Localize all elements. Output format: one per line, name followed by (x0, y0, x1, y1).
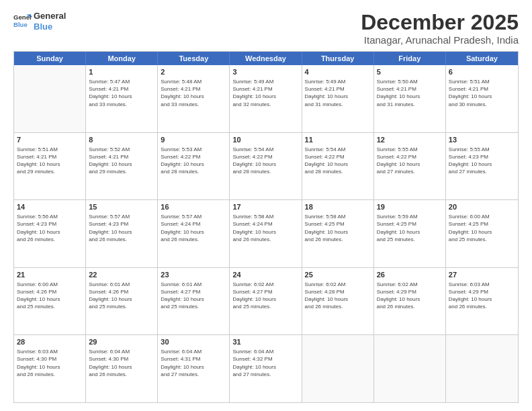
day-number: 27 (449, 270, 515, 280)
day-thursday: Thursday (302, 52, 374, 65)
day-number: 14 (17, 202, 83, 212)
day-info: Sunrise: 5:53 AM Sunset: 4:22 PM Dayligh… (161, 146, 226, 176)
day-number: 16 (161, 202, 226, 212)
table-row (302, 335, 374, 402)
day-number: 10 (232, 135, 298, 145)
day-info: Sunrise: 5:49 AM Sunset: 4:21 PM Dayligh… (232, 78, 298, 108)
table-row: 5Sunrise: 5:50 AM Sunset: 4:21 PM Daylig… (374, 65, 446, 132)
day-number: 7 (17, 135, 83, 145)
table-row: 8Sunrise: 5:52 AM Sunset: 4:21 PM Daylig… (86, 133, 158, 200)
day-info: Sunrise: 6:03 AM Sunset: 4:30 PM Dayligh… (17, 348, 83, 378)
day-number: 30 (161, 337, 226, 347)
day-number: 31 (232, 337, 298, 347)
day-info: Sunrise: 6:03 AM Sunset: 4:29 PM Dayligh… (449, 281, 515, 311)
day-number: 29 (89, 337, 154, 347)
day-number: 11 (305, 135, 371, 145)
day-number: 21 (17, 270, 83, 280)
calendar-row-4: 21Sunrise: 6:00 AM Sunset: 4:26 PM Dayli… (14, 267, 518, 335)
day-info: Sunrise: 6:01 AM Sunset: 4:26 PM Dayligh… (89, 281, 154, 311)
header: General Blue General Blue December 2025 … (13, 11, 519, 46)
day-info: Sunrise: 5:51 AM Sunset: 4:21 PM Dayligh… (449, 78, 515, 108)
day-info: Sunrise: 6:04 AM Sunset: 4:31 PM Dayligh… (161, 348, 226, 378)
day-info: Sunrise: 5:54 AM Sunset: 4:22 PM Dayligh… (232, 146, 298, 176)
logo-icon: General Blue (13, 12, 32, 31)
table-row: 4Sunrise: 5:49 AM Sunset: 4:21 PM Daylig… (302, 65, 374, 132)
day-info: Sunrise: 5:52 AM Sunset: 4:21 PM Dayligh… (89, 146, 154, 176)
day-wednesday: Wednesday (230, 52, 302, 65)
table-row: 31Sunrise: 6:04 AM Sunset: 4:32 PM Dayli… (230, 335, 302, 402)
day-number: 5 (377, 67, 443, 77)
table-row: 3Sunrise: 5:49 AM Sunset: 4:21 PM Daylig… (230, 65, 302, 132)
day-number: 18 (305, 202, 371, 212)
table-row: 1Sunrise: 5:47 AM Sunset: 4:21 PM Daylig… (86, 65, 158, 132)
day-number: 28 (17, 337, 83, 347)
day-number: 1 (89, 67, 154, 77)
table-row (446, 335, 518, 402)
table-row: 19Sunrise: 5:59 AM Sunset: 4:25 PM Dayli… (374, 200, 446, 267)
day-info: Sunrise: 6:04 AM Sunset: 4:30 PM Dayligh… (89, 348, 154, 378)
day-tuesday: Tuesday (158, 52, 230, 65)
table-row: 22Sunrise: 6:01 AM Sunset: 4:26 PM Dayli… (86, 268, 158, 335)
day-info: Sunrise: 5:49 AM Sunset: 4:21 PM Dayligh… (305, 78, 371, 108)
table-row: 12Sunrise: 5:55 AM Sunset: 4:22 PM Dayli… (374, 133, 446, 200)
day-info: Sunrise: 6:02 AM Sunset: 4:29 PM Dayligh… (377, 281, 443, 311)
table-row: 9Sunrise: 5:53 AM Sunset: 4:22 PM Daylig… (158, 133, 230, 200)
svg-text:Blue: Blue (13, 20, 28, 28)
calendar-row-3: 14Sunrise: 5:56 AM Sunset: 4:23 PM Dayli… (14, 199, 518, 267)
table-row: 25Sunrise: 6:02 AM Sunset: 4:28 PM Dayli… (302, 268, 374, 335)
calendar-body: 1Sunrise: 5:47 AM Sunset: 4:21 PM Daylig… (14, 65, 518, 402)
title-block: December 2025 Itanagar, Arunachal Prades… (361, 11, 519, 46)
day-sunday: Sunday (14, 52, 86, 65)
table-row: 24Sunrise: 6:02 AM Sunset: 4:27 PM Dayli… (230, 268, 302, 335)
day-number: 25 (305, 270, 371, 280)
day-number: 22 (89, 270, 154, 280)
day-info: Sunrise: 6:02 AM Sunset: 4:28 PM Dayligh… (305, 281, 371, 311)
calendar-header: Sunday Monday Tuesday Wednesday Thursday… (14, 52, 518, 65)
day-info: Sunrise: 6:02 AM Sunset: 4:27 PM Dayligh… (232, 281, 298, 311)
day-number: 9 (161, 135, 226, 145)
calendar-row-5: 28Sunrise: 6:03 AM Sunset: 4:30 PM Dayli… (14, 334, 518, 402)
subtitle: Itanagar, Arunachal Pradesh, India (361, 34, 519, 46)
table-row: 28Sunrise: 6:03 AM Sunset: 4:30 PM Dayli… (14, 335, 86, 402)
logo: General Blue General Blue (13, 11, 66, 32)
table-row: 7Sunrise: 5:51 AM Sunset: 4:21 PM Daylig… (14, 133, 86, 200)
day-info: Sunrise: 5:48 AM Sunset: 4:21 PM Dayligh… (161, 78, 226, 108)
table-row (374, 335, 446, 402)
page: General Blue General Blue December 2025 … (0, 0, 532, 411)
table-row: 2Sunrise: 5:48 AM Sunset: 4:21 PM Daylig… (158, 65, 230, 132)
day-info: Sunrise: 5:54 AM Sunset: 4:22 PM Dayligh… (305, 146, 371, 176)
table-row: 13Sunrise: 5:55 AM Sunset: 4:23 PM Dayli… (446, 133, 518, 200)
day-info: Sunrise: 6:00 AM Sunset: 4:25 PM Dayligh… (449, 213, 515, 243)
day-info: Sunrise: 5:58 AM Sunset: 4:24 PM Dayligh… (232, 213, 298, 243)
table-row: 6Sunrise: 5:51 AM Sunset: 4:21 PM Daylig… (446, 65, 518, 132)
day-friday: Friday (374, 52, 446, 65)
day-info: Sunrise: 5:57 AM Sunset: 4:23 PM Dayligh… (89, 213, 154, 243)
day-monday: Monday (86, 52, 158, 65)
day-number: 2 (161, 67, 226, 77)
day-info: Sunrise: 5:58 AM Sunset: 4:25 PM Dayligh… (305, 213, 371, 243)
day-info: Sunrise: 5:51 AM Sunset: 4:21 PM Dayligh… (17, 146, 83, 176)
day-number: 3 (232, 67, 298, 77)
table-row: 26Sunrise: 6:02 AM Sunset: 4:29 PM Dayli… (374, 268, 446, 335)
table-row: 30Sunrise: 6:04 AM Sunset: 4:31 PM Dayli… (158, 335, 230, 402)
day-info: Sunrise: 6:00 AM Sunset: 4:26 PM Dayligh… (17, 281, 83, 311)
table-row: 16Sunrise: 5:57 AM Sunset: 4:24 PM Dayli… (158, 200, 230, 267)
day-info: Sunrise: 5:47 AM Sunset: 4:21 PM Dayligh… (89, 78, 154, 108)
day-number: 8 (89, 135, 154, 145)
calendar-row-2: 7Sunrise: 5:51 AM Sunset: 4:21 PM Daylig… (14, 132, 518, 200)
day-info: Sunrise: 5:55 AM Sunset: 4:22 PM Dayligh… (377, 146, 443, 176)
table-row: 14Sunrise: 5:56 AM Sunset: 4:23 PM Dayli… (14, 200, 86, 267)
table-row: 17Sunrise: 5:58 AM Sunset: 4:24 PM Dayli… (230, 200, 302, 267)
day-number: 23 (161, 270, 226, 280)
day-number: 19 (377, 202, 443, 212)
table-row: 29Sunrise: 6:04 AM Sunset: 4:30 PM Dayli… (86, 335, 158, 402)
day-number: 4 (305, 67, 371, 77)
month-title: December 2025 (361, 11, 519, 34)
table-row: 23Sunrise: 6:01 AM Sunset: 4:27 PM Dayli… (158, 268, 230, 335)
day-info: Sunrise: 5:59 AM Sunset: 4:25 PM Dayligh… (377, 213, 443, 243)
day-info: Sunrise: 6:04 AM Sunset: 4:32 PM Dayligh… (232, 348, 298, 378)
calendar: Sunday Monday Tuesday Wednesday Thursday… (13, 51, 519, 403)
table-row: 27Sunrise: 6:03 AM Sunset: 4:29 PM Dayli… (446, 268, 518, 335)
table-row: 21Sunrise: 6:00 AM Sunset: 4:26 PM Dayli… (14, 268, 86, 335)
day-number: 6 (449, 67, 515, 77)
